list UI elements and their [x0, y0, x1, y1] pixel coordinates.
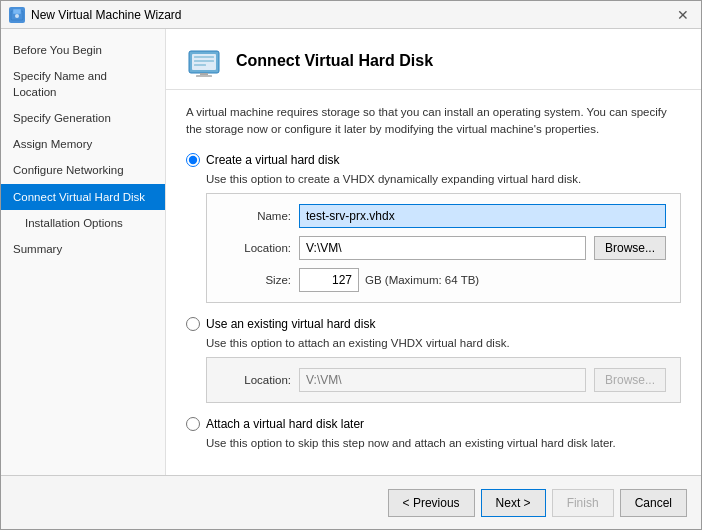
cancel-button[interactable]: Cancel — [620, 489, 687, 517]
close-button[interactable]: ✕ — [673, 5, 693, 25]
existing-location-input — [299, 368, 586, 392]
name-input[interactable] — [299, 204, 666, 228]
sidebar-item-configure-networking[interactable]: Configure Networking — [1, 157, 165, 183]
use-existing-description: Use this option to attach an existing VH… — [206, 337, 681, 349]
main-panel: Connect Virtual Hard Disk A virtual mach… — [166, 29, 701, 475]
content-area: Before You Begin Specify Name and Locati… — [1, 29, 701, 475]
location-input[interactable] — [299, 236, 586, 260]
existing-location-label: Location: — [221, 374, 291, 386]
size-input[interactable] — [299, 268, 359, 292]
previous-button[interactable]: < Previous — [388, 489, 475, 517]
page-header-icon — [186, 43, 222, 79]
browse-button[interactable]: Browse... — [594, 236, 666, 260]
sidebar: Before You Begin Specify Name and Locati… — [1, 29, 166, 475]
name-row: Name: — [221, 204, 666, 228]
size-max-label: GB (Maximum: 64 TB) — [365, 274, 479, 286]
svg-rect-9 — [196, 75, 212, 77]
location-label: Location: — [221, 242, 291, 254]
create-new-description: Use this option to create a VHDX dynamic… — [206, 173, 681, 185]
sidebar-item-before-you-begin[interactable]: Before You Begin — [1, 37, 165, 63]
attach-later-radio[interactable] — [186, 417, 200, 431]
page-body: A virtual machine requires storage so th… — [166, 90, 701, 475]
wizard-window: New Virtual Machine Wizard ✕ Before You … — [0, 0, 702, 530]
use-existing-fields: Location: Browse... — [206, 357, 681, 403]
use-existing-radio[interactable] — [186, 317, 200, 331]
use-existing-option: Use an existing virtual hard disk Use th… — [186, 317, 681, 403]
wizard-footer: < Previous Next > Finish Cancel — [1, 475, 701, 529]
title-bar-left: New Virtual Machine Wizard — [9, 7, 182, 23]
name-label: Name: — [221, 210, 291, 222]
page-description: A virtual machine requires storage so th… — [186, 104, 681, 139]
window-title: New Virtual Machine Wizard — [31, 8, 182, 22]
location-row: Location: Browse... — [221, 236, 666, 260]
create-new-option: Create a virtual hard disk Use this opti… — [186, 153, 681, 303]
use-existing-radio-row: Use an existing virtual hard disk — [186, 317, 681, 331]
size-input-group: GB (Maximum: 64 TB) — [299, 268, 479, 292]
create-new-radio[interactable] — [186, 153, 200, 167]
existing-location-row: Location: Browse... — [221, 368, 666, 392]
sidebar-item-specify-name[interactable]: Specify Name and Location — [1, 63, 165, 105]
create-new-radio-row: Create a virtual hard disk — [186, 153, 681, 167]
svg-rect-1 — [13, 9, 21, 14]
svg-rect-8 — [200, 73, 208, 75]
svg-rect-5 — [194, 56, 214, 58]
sidebar-item-installation-options[interactable]: Installation Options — [1, 210, 165, 236]
create-new-fields: Name: Location: Browse... Size: — [206, 193, 681, 303]
svg-rect-7 — [194, 64, 206, 66]
title-bar: New Virtual Machine Wizard ✕ — [1, 1, 701, 29]
use-existing-label[interactable]: Use an existing virtual hard disk — [206, 317, 375, 331]
window-icon — [9, 7, 25, 23]
existing-browse-button: Browse... — [594, 368, 666, 392]
page-title: Connect Virtual Hard Disk — [236, 52, 433, 70]
page-header: Connect Virtual Hard Disk — [166, 29, 701, 90]
create-new-label[interactable]: Create a virtual hard disk — [206, 153, 339, 167]
size-row: Size: GB (Maximum: 64 TB) — [221, 268, 666, 292]
svg-rect-6 — [194, 60, 214, 62]
finish-button[interactable]: Finish — [552, 489, 614, 517]
next-button[interactable]: Next > — [481, 489, 546, 517]
sidebar-item-assign-memory[interactable]: Assign Memory — [1, 131, 165, 157]
attach-later-description: Use this option to skip this step now an… — [206, 437, 681, 449]
attach-later-radio-row: Attach a virtual hard disk later — [186, 417, 681, 431]
attach-later-label[interactable]: Attach a virtual hard disk later — [206, 417, 364, 431]
size-label: Size: — [221, 274, 291, 286]
sidebar-item-summary[interactable]: Summary — [1, 236, 165, 262]
attach-later-option: Attach a virtual hard disk later Use thi… — [186, 417, 681, 449]
sidebar-item-connect-vhd[interactable]: Connect Virtual Hard Disk — [1, 184, 165, 210]
svg-point-2 — [15, 14, 19, 18]
sidebar-item-specify-generation[interactable]: Specify Generation — [1, 105, 165, 131]
